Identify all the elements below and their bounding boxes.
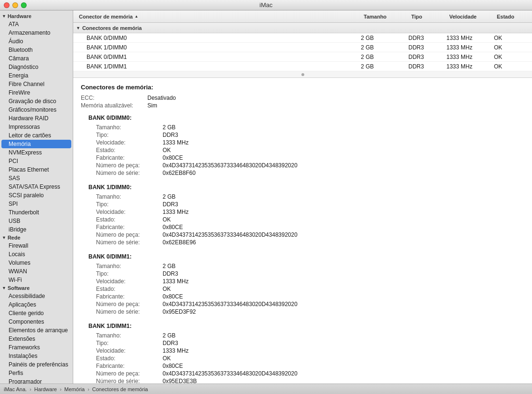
maximize-button[interactable] xyxy=(21,2,27,8)
col-header-name[interactable]: Conector de memória ▲ xyxy=(73,14,361,19)
close-button[interactable] xyxy=(4,2,10,8)
sidebar-item-wi-fi[interactable]: Wi-Fi xyxy=(0,276,73,284)
bank-fields: Tamanho: 2 GB Tipo: DDR3 Velocidade: 133… xyxy=(96,124,524,176)
updatable-value: Sim xyxy=(147,102,157,109)
sidebar-item-leitor-de-cartões[interactable]: Leitor de cartões xyxy=(0,131,73,140)
horizontal-scrollbar[interactable] xyxy=(73,71,532,78)
bank-field-row: Estado: OK xyxy=(96,147,524,154)
sidebar-item-ibridge[interactable]: iBridge xyxy=(0,225,73,234)
bank-field-label: Número de peça: xyxy=(96,231,163,238)
breadcrumb-item: iMac Ana. xyxy=(4,386,27,392)
cell-size: 2 GB xyxy=(361,63,408,70)
sidebar-item-locais[interactable]: Locais xyxy=(0,250,73,259)
table-row[interactable]: BANK 0/DIMM1 2 GB DDR3 1333 MHz OK xyxy=(73,52,532,62)
table-row[interactable]: BANK 0/DIMM0 2 GB DDR3 1333 MHz OK xyxy=(73,33,532,43)
bank-field-row: Velocidade: 1333 MHz xyxy=(96,209,524,215)
bank-field-label: Número de peça: xyxy=(96,162,163,169)
sidebar-item-painéis-de-preferências[interactable]: Painéis de preferências xyxy=(0,360,73,369)
sidebar-item-memória[interactable]: Memória xyxy=(1,140,71,148)
bank-field-row: Velocidade: 1333 MHz xyxy=(96,278,524,285)
sidebar-item-componentes[interactable]: Componentes xyxy=(0,317,73,326)
breadcrumb-separator: › xyxy=(29,386,31,392)
bank-field-row: Velocidade: 1333 MHz xyxy=(96,139,524,146)
col-header-size[interactable]: Tamanho xyxy=(361,14,408,19)
bank-field-row: Fabricante: 0x80CE xyxy=(96,154,524,161)
sidebar-section-rede[interactable]: ▼ Rede xyxy=(0,234,73,241)
bank-field-label: Velocidade: xyxy=(96,278,163,285)
sidebar-item-diagnóstico[interactable]: Diagnóstico xyxy=(0,63,73,71)
sidebar-item-ata[interactable]: ATA xyxy=(0,20,73,29)
sidebar-item-armazenamento[interactable]: Armazenamento xyxy=(0,29,73,37)
bank-field-label: Tipo: xyxy=(96,340,163,346)
bank-field-label: Velocidade: xyxy=(96,347,163,354)
sidebar-item-spi[interactable]: SPI xyxy=(0,200,73,208)
bank-field-label: Fabricante: xyxy=(96,363,163,369)
sidebar-item-áudio[interactable]: Áudio xyxy=(0,37,73,46)
bank-field-value: OK xyxy=(163,216,171,223)
sidebar-item-wwan[interactable]: WWAN xyxy=(0,267,73,276)
window-controls[interactable] xyxy=(4,2,27,8)
sidebar-item-pci[interactable]: PCI xyxy=(0,157,73,165)
breadcrumb: iMac Ana. › Hardware › Memória › Conecto… xyxy=(4,386,148,392)
sidebar-item-bluetooth[interactable]: Bluetooth xyxy=(0,46,73,54)
bank-field-label: Número de peça: xyxy=(96,301,163,308)
col-header-type[interactable]: Tipo xyxy=(408,14,446,19)
bank-field-value: 0x80CE xyxy=(163,224,183,231)
sidebar-item-cliente-gerido[interactable]: Cliente gerido xyxy=(0,309,73,317)
sidebar-item-placas-ethernet[interactable]: Placas Ethernet xyxy=(0,165,73,174)
sidebar-item-gráficos-monitores[interactable]: Gráficos/monitores xyxy=(0,106,73,114)
sidebar-item-programador[interactable]: Programador xyxy=(0,377,73,384)
sidebar-item-energia[interactable]: Energia xyxy=(0,71,73,80)
sidebar-item-aplicações[interactable]: Aplicações xyxy=(0,300,73,309)
bank-title: BANK 0/DIMM1: xyxy=(88,253,524,260)
bank-field-value: 0x4D343731423535363733346483020D43483920… xyxy=(163,162,298,169)
table-row[interactable]: BANK 1/DIMM0 2 GB DDR3 1333 MHz OK xyxy=(73,43,532,52)
bank-field-label: Tamanho: xyxy=(96,332,163,339)
sidebar-item-scsi-paralelo[interactable]: SCSI paralelo xyxy=(0,191,73,200)
banks-container: BANK 0/DIMM0: Tamanho: 2 GB Tipo: DDR3 V… xyxy=(81,115,524,384)
sidebar-item-volumes[interactable]: Volumes xyxy=(0,259,73,267)
sidebar-item-firewire[interactable]: FireWire xyxy=(0,88,73,97)
sidebar-item-fibre-channel[interactable]: Fibre Channel xyxy=(0,80,73,88)
cell-size: 2 GB xyxy=(361,35,408,41)
cell-type: DDR3 xyxy=(408,54,446,60)
sidebar-item-instalações[interactable]: Instalações xyxy=(0,352,73,360)
sidebar-item-thunderbolt[interactable]: Thunderbolt xyxy=(0,208,73,217)
sidebar-item-firewall[interactable]: Firewall xyxy=(0,241,73,250)
bank-field-value: OK xyxy=(163,355,171,362)
cell-name: BANK 0/DIMM0 xyxy=(73,35,361,41)
bank-field-row: Tipo: DDR3 xyxy=(96,132,524,138)
sidebar-item-impressoras[interactable]: Impressoras xyxy=(0,123,73,131)
sidebar: ▼ Hardware ATAArmazenamentoÁudioBluetoot… xyxy=(0,10,73,384)
bank-field-value: 2 GB xyxy=(163,124,175,131)
bank-field-value: 0x4D343731423535363733346483020D43483920… xyxy=(163,301,298,308)
sidebar-item-hardware-raid[interactable]: Hardware RAID xyxy=(0,114,73,123)
table-group-header[interactable]: ▼ Conectores de memória xyxy=(73,23,532,33)
sidebar-item-extensões[interactable]: Extensões xyxy=(0,335,73,343)
col-header-status[interactable]: Estado xyxy=(494,14,532,19)
minimize-button[interactable] xyxy=(12,2,18,8)
bank-section: BANK 1/DIMM0: Tamanho: 2 GB Tipo: DDR3 V… xyxy=(81,184,524,246)
col-header-speed[interactable]: Velocidade xyxy=(446,14,494,19)
sidebar-item-gravação-de-disco[interactable]: Gravação de disco xyxy=(0,97,73,106)
bank-field-label: Tipo: xyxy=(96,132,163,138)
bank-field-label: Tipo: xyxy=(96,270,163,277)
bank-field-label: Número de peça: xyxy=(96,370,163,377)
table-header: Conector de memória ▲ Tamanho Tipo Veloc… xyxy=(73,10,532,23)
sidebar-section-software[interactable]: ▼ Software xyxy=(0,284,73,292)
sidebar-section-hardware[interactable]: ▼ Hardware xyxy=(0,12,73,20)
sidebar-item-sata-sata-express[interactable]: SATA/SATA Express xyxy=(0,183,73,191)
sidebar-item-usb[interactable]: USB xyxy=(0,217,73,225)
sidebar-item-elementos-de-arranque[interactable]: Elementos de arranque xyxy=(0,326,73,335)
bank-field-label: Tamanho: xyxy=(96,263,163,269)
table-row[interactable]: BANK 1/DIMM1 2 GB DDR3 1333 MHz OK xyxy=(73,62,532,71)
bank-field-row: Número de peça: 0x4D34373142353536373334… xyxy=(96,231,524,238)
sidebar-item-nvmexpress[interactable]: NVMExpress xyxy=(0,148,73,157)
bank-field-value: 2 GB xyxy=(163,193,175,200)
sidebar-item-câmara[interactable]: Câmara xyxy=(0,54,73,63)
sidebar-item-acessibilidade[interactable]: Acessibilidade xyxy=(0,292,73,300)
sidebar-item-frameworks[interactable]: Frameworks xyxy=(0,343,73,352)
bank-field-label: Tipo: xyxy=(96,201,163,208)
sidebar-item-perfis[interactable]: Perfis xyxy=(0,369,73,377)
sidebar-item-sas[interactable]: SAS xyxy=(0,174,73,183)
